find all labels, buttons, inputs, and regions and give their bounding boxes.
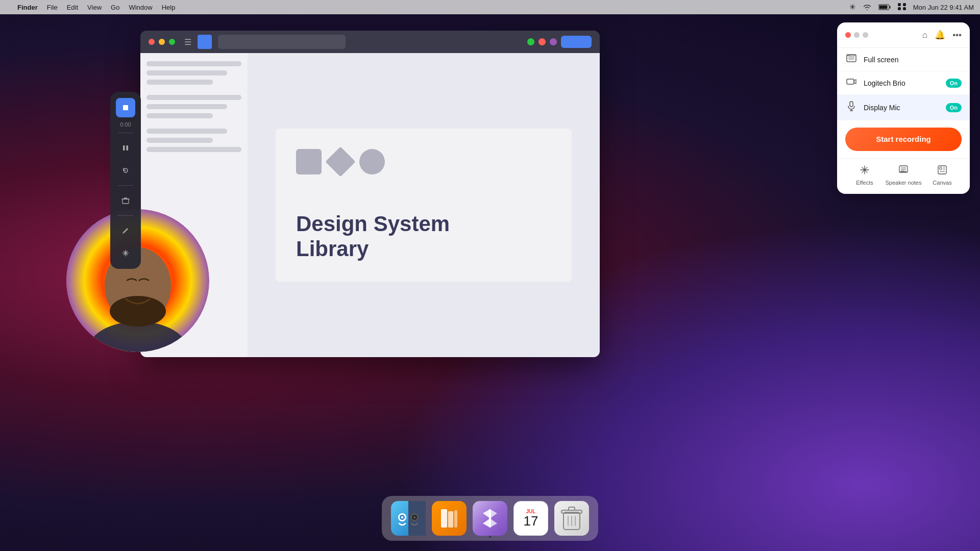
svg-rect-50 [938, 166, 946, 174]
svg-rect-1 [889, 6, 890, 8]
menubar: Finder File Edit View Go Window Help ✳ [0, 0, 980, 14]
svg-rect-2 [879, 5, 887, 9]
menubar-datetime: Mon Jun 22 9:41 AM [913, 4, 974, 11]
start-recording-button[interactable]: Start recording [845, 128, 962, 151]
fullscreen-icon [845, 54, 857, 65]
sidebar-line-2 [146, 70, 227, 76]
divider-2 [118, 185, 133, 186]
svg-rect-4 [903, 3, 906, 6]
svg-rect-9 [127, 145, 129, 151]
mic-label: Display Mic [864, 104, 940, 112]
app-body: Design System Library [140, 53, 600, 357]
dock: JUL 17 [382, 496, 598, 541]
shape-diamond [325, 146, 355, 177]
svg-point-15 [110, 296, 166, 327]
mic-icon [845, 101, 857, 114]
effects-option[interactable]: Effects [845, 165, 884, 186]
shape-circle [359, 149, 385, 174]
svg-rect-10 [122, 199, 129, 204]
camera-option[interactable]: Logitech Brio On [837, 71, 970, 95]
app-main: Design System Library [248, 53, 600, 357]
panel-close-btn[interactable] [845, 32, 851, 38]
search-bar[interactable] [218, 35, 346, 49]
menubar-view[interactable]: View [87, 4, 102, 11]
svg-point-40 [848, 55, 849, 56]
menubar-app-name[interactable]: Finder [17, 4, 38, 11]
camera-toggle[interactable]: On [946, 79, 962, 88]
panel-max-btn[interactable] [863, 32, 868, 38]
more-options-icon[interactable]: ••• [952, 30, 962, 40]
panel-traffic-lights [845, 32, 868, 38]
menubar-edit[interactable]: Edit [67, 4, 78, 11]
svg-rect-3 [898, 3, 901, 6]
start-recording-label: Start recording [876, 135, 931, 143]
bell-icon[interactable]: 🔔 [935, 30, 945, 40]
minimize-button[interactable] [159, 39, 165, 45]
sidebar-line-7 [146, 129, 227, 134]
recording-timer: 0:00 [120, 121, 131, 128]
mic-toggle[interactable]: On [946, 103, 962, 112]
fullscreen-label: Full screen [864, 56, 962, 64]
pause-button[interactable] [116, 138, 135, 158]
app-window: ☰ [140, 31, 600, 357]
card-title: Design System Library [296, 212, 551, 261]
svg-rect-6 [903, 7, 906, 10]
dock-finder[interactable] [391, 501, 426, 536]
dock-books[interactable] [432, 501, 467, 536]
dock-indicator [489, 536, 491, 538]
pen-button[interactable] [116, 221, 135, 240]
home-icon[interactable]: ⌂ [922, 30, 927, 40]
undo-button[interactable] [116, 161, 135, 180]
dot-purple [550, 38, 557, 45]
shape-square [296, 149, 322, 174]
svg-point-41 [849, 55, 850, 56]
svg-point-26 [413, 516, 416, 519]
panel-min-btn[interactable] [854, 32, 860, 38]
svg-point-23 [401, 516, 404, 519]
dock-calendar[interactable]: JUL 17 [513, 501, 548, 536]
speaker-notes-label: Speaker notes [886, 180, 922, 186]
dock-trash[interactable] [554, 501, 589, 536]
sidebar-line-1 [146, 61, 241, 66]
svg-rect-7 [123, 105, 128, 110]
control-center-icon[interactable] [898, 3, 906, 12]
menubar-window[interactable]: Window [129, 4, 152, 11]
share-button[interactable] [561, 36, 592, 48]
battery-icon [878, 3, 891, 12]
canvas-option[interactable]: Canvas [923, 165, 962, 186]
sidebar-line-5 [146, 104, 227, 109]
card-icons [296, 149, 551, 174]
speaker-notes-option[interactable]: Speaker notes [884, 165, 923, 186]
notification-center-icon[interactable]: ✳ [849, 3, 856, 12]
close-button[interactable] [149, 39, 155, 45]
record-stop-button[interactable] [116, 98, 135, 117]
title-bar: ☰ [140, 31, 600, 53]
speaker-notes-icon [898, 165, 909, 178]
sparkle-button[interactable] [116, 243, 135, 263]
effects-icon [860, 165, 870, 178]
trash-button[interactable] [116, 191, 135, 210]
svg-rect-5 [898, 7, 901, 10]
dot-green [527, 38, 534, 45]
panel-header: ⌂ 🔔 ••• [837, 22, 970, 48]
calendar-day: 17 [524, 514, 538, 528]
effects-label: Effects [856, 180, 873, 186]
fullscreen-option[interactable]: Full screen [837, 48, 970, 71]
menubar-file[interactable]: File [47, 4, 58, 11]
sidebar-line-4 [146, 95, 241, 100]
sidebar-line-6 [146, 113, 213, 118]
mic-option[interactable]: Display Mic On [837, 95, 970, 120]
wifi-icon[interactable] [863, 3, 871, 12]
app-logo-icon [198, 35, 212, 49]
hamburger-icon[interactable]: ☰ [184, 37, 191, 47]
canvas-icon [937, 165, 947, 178]
menubar-help[interactable]: Help [162, 4, 176, 11]
menubar-go[interactable]: Go [111, 4, 119, 11]
maximize-button[interactable] [169, 39, 175, 45]
camera-label: Logitech Brio [864, 79, 940, 87]
dock-perplexity[interactable] [473, 501, 507, 536]
panel-header-actions: ⌂ 🔔 ••• [922, 30, 962, 40]
svg-rect-33 [569, 507, 575, 510]
content-card: Design System Library [276, 129, 572, 282]
svg-rect-30 [489, 509, 491, 528]
